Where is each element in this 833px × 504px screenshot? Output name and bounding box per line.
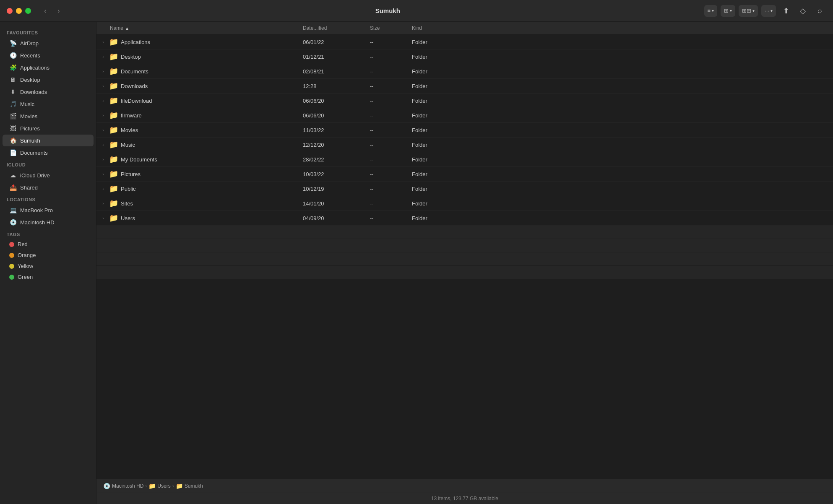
expand-icon[interactable]: › <box>100 83 107 89</box>
table-row[interactable]: › 📁 Documents 02/08/21--Folder <box>96 64 833 79</box>
breadcrumb: 💿 Macintosh HD › 📁 Users › 📁 Sumukh <box>96 479 833 493</box>
table-row[interactable]: › 📁 Pictures 10/03/22--Folder <box>96 167 833 182</box>
sidebar-label-airdrop: AirDrop <box>20 40 39 47</box>
share-button[interactable]: ⬆ <box>779 5 793 17</box>
sidebar-item-documents[interactable]: 📄 Documents <box>3 147 94 158</box>
sidebar-item-tag-green[interactable]: Green <box>3 272 94 282</box>
col-name-header[interactable]: Name ▲ <box>96 22 298 35</box>
sidebar-label-tag-red: Red <box>18 241 28 247</box>
table-row[interactable]: › 📁 Applications 06/01/22--Folder <box>96 35 833 49</box>
expand-icon[interactable]: › <box>100 156 107 163</box>
grid-chevron-icon: ▾ <box>752 8 755 13</box>
file-kind-cell: Folder <box>407 123 833 138</box>
forward-button[interactable]: › <box>53 5 65 17</box>
window-title: Sumukh <box>71 7 704 14</box>
window-controls <box>7 8 31 14</box>
minimize-button[interactable] <box>16 8 22 14</box>
column-view-button[interactable]: ⊞ ▾ <box>721 5 735 17</box>
sidebar-item-desktop[interactable]: 🖥 Desktop <box>3 74 94 86</box>
maximize-button[interactable] <box>25 8 31 14</box>
expand-icon[interactable]: › <box>100 39 107 45</box>
table-row[interactable]: › 📁 firmware 06/06/20--Folder <box>96 108 833 123</box>
icloud-drive-icon: ☁ <box>9 171 17 179</box>
file-kind-cell: Folder <box>407 138 833 152</box>
breadcrumb-sumukh[interactable]: 📁 Sumukh <box>176 483 203 489</box>
file-date-cell: 12:28 <box>298 79 365 94</box>
sidebar-item-sumukh[interactable]: 🏠 Sumukh <box>3 135 94 146</box>
documents-icon: 📄 <box>9 149 17 156</box>
sidebar-label-tag-green: Green <box>18 274 33 280</box>
expand-icon[interactable]: › <box>100 112 107 119</box>
expand-icon[interactable]: › <box>100 200 107 207</box>
table-row[interactable]: › 📁 My Documents 28/02/22--Folder <box>96 152 833 167</box>
file-size-cell: -- <box>365 49 407 64</box>
sidebar-item-tag-red[interactable]: Red <box>3 239 94 249</box>
users-breadcrumb-icon: 📁 <box>148 483 156 489</box>
sidebar-item-applications[interactable]: 🧩 Applications <box>3 62 94 73</box>
expand-icon[interactable]: › <box>100 97 107 104</box>
file-kind-cell: Folder <box>407 108 833 123</box>
movies-icon: 🎬 <box>9 112 17 120</box>
file-date-cell: 11/03/22 <box>298 123 365 138</box>
table-row[interactable]: › 📁 Desktop 01/12/21--Folder <box>96 49 833 64</box>
sidebar-label-tag-yellow: Yellow <box>18 263 33 269</box>
sidebar-item-pictures[interactable]: 🖼 Pictures <box>3 122 94 134</box>
col-date-header[interactable]: Date...ified <box>298 22 365 35</box>
sidebar-item-music[interactable]: 🎵 Music <box>3 98 94 110</box>
sidebar-item-macintosh-hd[interactable]: 💿 Macintosh HD <box>3 216 94 228</box>
sidebar-label-downloads: Downloads <box>20 89 47 95</box>
table-row[interactable]: › 📁 fileDownload 06/06/20--Folder <box>96 94 833 108</box>
search-button[interactable]: ⌕ <box>813 5 826 17</box>
table-row[interactable]: › 📁 Downloads 12:28--Folder <box>96 79 833 94</box>
sidebar-item-airdrop[interactable]: 📡 AirDrop <box>3 37 94 49</box>
expand-icon[interactable]: › <box>100 215 107 221</box>
back-button[interactable]: ‹ <box>39 5 51 17</box>
sidebar-item-macbook-pro[interactable]: 💻 MacBook Pro <box>3 204 94 216</box>
sidebar-label-tag-orange: Orange <box>18 252 36 258</box>
file-kind-cell: Folder <box>407 167 833 182</box>
file-size-cell: -- <box>365 196 407 211</box>
folder-icon: 📁 <box>109 169 118 179</box>
file-name-cell: › 📁 Documents <box>96 64 298 79</box>
close-button[interactable] <box>7 8 13 14</box>
expand-icon[interactable]: › <box>100 68 107 75</box>
tag-button[interactable]: ◇ <box>796 5 810 17</box>
folder-icon: 📁 <box>109 37 118 47</box>
table-row[interactable]: › 📁 Users 04/09/20--Folder <box>96 211 833 226</box>
expand-icon[interactable]: › <box>100 53 107 60</box>
sidebar-item-icloud-drive[interactable]: ☁ iCloud Drive <box>3 169 94 181</box>
file-list[interactable]: Name ▲ Date...ified Size Kind <box>96 22 833 479</box>
sidebar-item-downloads[interactable]: ⬇ Downloads <box>3 86 94 98</box>
expand-icon[interactable]: › <box>100 127 107 133</box>
list-view-button[interactable]: ≡ ▾ <box>704 5 718 17</box>
pictures-icon: 🖼 <box>9 125 17 132</box>
table-row[interactable]: › 📁 Public 10/12/19--Folder <box>96 182 833 196</box>
sidebar: Favourites 📡 AirDrop 🕐 Recents 🧩 Applica… <box>0 22 96 504</box>
file-name-cell: › 📁 Pictures <box>96 167 298 182</box>
file-name-text: Downloads <box>121 83 148 89</box>
breadcrumb-users[interactable]: 📁 Users <box>148 483 170 489</box>
expand-icon[interactable]: › <box>100 185 107 192</box>
col-kind-header[interactable]: Kind <box>407 22 833 35</box>
action-button[interactable]: ··· ▾ <box>761 5 776 17</box>
expand-icon[interactable]: › <box>100 171 107 177</box>
sumukh-icon: 🏠 <box>9 137 17 144</box>
file-size-cell: -- <box>365 211 407 226</box>
table-row[interactable]: › 📁 Music 12/12/20--Folder <box>96 138 833 152</box>
table-row[interactable]: › 📁 Movies 11/03/22--Folder <box>96 123 833 138</box>
col-size-header[interactable]: Size <box>365 22 407 35</box>
breadcrumb-sep-1: › <box>145 483 147 489</box>
sidebar-item-recents[interactable]: 🕐 Recents <box>3 49 94 61</box>
file-size-cell: -- <box>365 167 407 182</box>
titlebar: ‹ › Sumukh ≡ ▾ ⊞ ▾ ⊞⊞ ▾ ··· ▾ ⬆ ◇ ⌕ <box>0 0 833 22</box>
breadcrumb-macintosh-hd[interactable]: 💿 Macintosh HD <box>103 483 143 489</box>
expand-icon[interactable]: › <box>100 141 107 148</box>
sidebar-item-shared[interactable]: 📤 Shared <box>3 182 94 193</box>
sidebar-item-tag-yellow[interactable]: Yellow <box>3 261 94 271</box>
sidebar-item-movies[interactable]: 🎬 Movies <box>3 110 94 122</box>
file-name-cell: › 📁 My Documents <box>96 152 298 167</box>
sidebar-item-tag-orange[interactable]: Orange <box>3 250 94 260</box>
table-row[interactable]: › 📁 Sites 14/01/20--Folder <box>96 196 833 211</box>
grid-view-button[interactable]: ⊞⊞ ▾ <box>739 5 758 17</box>
file-size-cell: -- <box>365 64 407 79</box>
